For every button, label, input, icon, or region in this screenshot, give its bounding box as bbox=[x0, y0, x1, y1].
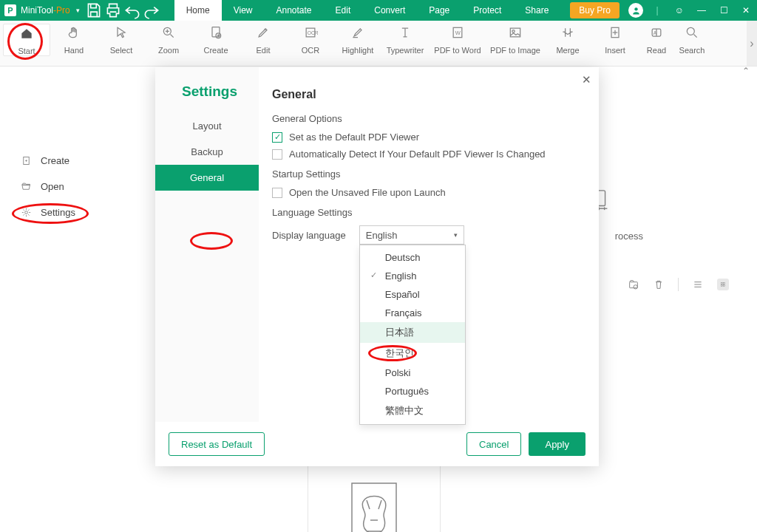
lang-option-8[interactable]: 繁體中文 bbox=[360, 400, 465, 421]
start-sidebar: CreateOpenSettings bbox=[0, 66, 155, 532]
settings-tab-layout[interactable]: Layout bbox=[155, 113, 259, 139]
menu-view[interactable]: View bbox=[222, 0, 265, 21]
tool-search[interactable]: Search bbox=[674, 24, 710, 55]
display-language-label: Display language bbox=[272, 230, 346, 241]
menu-annotate[interactable]: Annotate bbox=[265, 0, 324, 21]
settings-tab-backup[interactable]: Backup bbox=[155, 139, 259, 165]
tool-start[interactable]: Start bbox=[3, 24, 50, 56]
zoom-icon bbox=[161, 24, 176, 41]
toolbar-separator bbox=[678, 278, 679, 291]
grid-view-icon[interactable] bbox=[717, 279, 729, 290]
svg-line-2 bbox=[171, 35, 174, 38]
tool-label: Edit bbox=[257, 46, 271, 55]
autodetect-viewer-checkbox[interactable] bbox=[272, 149, 282, 160]
lang-option-1[interactable]: English bbox=[360, 267, 465, 285]
tool-typewriter[interactable]: Typewriter bbox=[381, 24, 429, 55]
redo-icon[interactable] bbox=[142, 0, 161, 21]
dropdown-caret-icon: ▾ bbox=[454, 231, 458, 239]
startup-settings-label: Startup Settings bbox=[272, 168, 583, 180]
tool-select[interactable]: Select bbox=[98, 24, 145, 55]
window-maximize-button[interactable]: ☐ bbox=[713, 0, 735, 21]
tool-label: PDF to Word bbox=[434, 46, 481, 55]
app-name-dropdown-icon[interactable]: ▾ bbox=[76, 7, 80, 14]
menu-home[interactable]: Home bbox=[174, 0, 222, 21]
default-viewer-label: Set as the Default PDF Viewer bbox=[289, 132, 419, 143]
undo-icon[interactable] bbox=[123, 0, 142, 21]
autodetect-viewer-label: Automatically Detect If Your Default PDF… bbox=[289, 149, 546, 160]
language-settings-label: Language Settings bbox=[272, 207, 583, 218]
lang-option-2[interactable]: Español bbox=[360, 285, 465, 304]
print-icon[interactable] bbox=[103, 0, 123, 21]
merge-icon bbox=[560, 24, 575, 41]
recent-folder-location-icon[interactable] bbox=[628, 279, 639, 290]
svg-rect-35 bbox=[724, 282, 725, 284]
open-unsaved-label: Open the Unsaved File upon Launch bbox=[289, 187, 446, 198]
save-icon[interactable] bbox=[84, 0, 103, 21]
svg-point-27 bbox=[25, 211, 28, 214]
highlight-icon bbox=[350, 24, 365, 41]
batch-process-label-fragment: rocess bbox=[615, 231, 643, 242]
gear-icon bbox=[21, 207, 32, 218]
display-language-value: English bbox=[366, 230, 398, 241]
window-close-button[interactable]: ✕ bbox=[735, 0, 757, 21]
tool-edit[interactable]: Edit bbox=[240, 24, 287, 55]
read-icon: A bbox=[649, 24, 664, 41]
svg-text:W: W bbox=[455, 30, 461, 36]
ribbon-collapse-button[interactable]: ⌃ bbox=[742, 66, 750, 76]
tool-hand[interactable]: Hand bbox=[50, 24, 98, 55]
lang-option-5[interactable]: 한국인 bbox=[360, 343, 465, 364]
recent-delete-icon[interactable] bbox=[653, 279, 665, 290]
recent-toolbar bbox=[628, 278, 729, 291]
dialog-close-button[interactable]: ✕ bbox=[582, 73, 591, 86]
pdf2word-icon: W bbox=[450, 24, 465, 41]
tool-create[interactable]: Create bbox=[192, 24, 240, 55]
tool-read[interactable]: ARead bbox=[639, 24, 674, 55]
default-viewer-checkbox[interactable]: ✓ bbox=[272, 132, 282, 143]
tool-insert[interactable]: Insert bbox=[591, 24, 639, 55]
menu-protect[interactable]: Protect bbox=[461, 0, 513, 21]
start-item-open[interactable]: Open bbox=[0, 174, 155, 200]
cancel-button[interactable]: Cancel bbox=[466, 432, 521, 456]
settings-content: General General Options ✓ Set as the Def… bbox=[259, 67, 599, 422]
folder-open-icon bbox=[21, 181, 32, 192]
lang-option-3[interactable]: Français bbox=[360, 304, 465, 322]
feedback-icon[interactable]: ☺ bbox=[668, 0, 690, 21]
tool-highlight[interactable]: Highlight bbox=[334, 24, 381, 55]
tool-label: Create bbox=[203, 46, 228, 55]
create-icon bbox=[208, 24, 223, 41]
svg-rect-38 bbox=[352, 483, 396, 533]
tool-pdf-to-image[interactable]: PDF to Image bbox=[486, 24, 544, 55]
menu-convert[interactable]: Convert bbox=[362, 0, 417, 21]
settings-heading: General bbox=[272, 88, 583, 101]
tool-zoom[interactable]: Zoom bbox=[145, 24, 192, 55]
window-minimize-button[interactable]: ― bbox=[690, 0, 713, 21]
reset-default-button[interactable]: Reset as Default bbox=[169, 432, 265, 456]
buy-pro-button[interactable]: Buy Pro bbox=[570, 2, 619, 18]
lang-option-4[interactable]: 日本語 bbox=[360, 322, 465, 343]
menu-share[interactable]: Share bbox=[513, 0, 560, 21]
account-avatar-icon[interactable] bbox=[628, 3, 643, 18]
start-item-settings[interactable]: Settings bbox=[0, 200, 155, 225]
general-options-label: General Options bbox=[272, 113, 583, 124]
svg-rect-36 bbox=[721, 285, 722, 287]
hand-icon bbox=[67, 24, 81, 41]
language-dropdown-list: DeutschEnglishEspañolFrançais日本語한국인Polsk… bbox=[359, 245, 466, 425]
menu-page[interactable]: Page bbox=[417, 0, 461, 21]
start-item-create[interactable]: Create bbox=[0, 148, 155, 174]
menu-edit[interactable]: Edit bbox=[324, 0, 363, 21]
svg-point-0 bbox=[634, 7, 637, 10]
svg-point-22 bbox=[687, 27, 694, 35]
lang-option-7[interactable]: Português bbox=[360, 382, 465, 400]
lang-option-0[interactable]: Deutsch bbox=[360, 248, 465, 267]
lang-option-6[interactable]: Polski bbox=[360, 364, 465, 382]
ribbon-scroll-right[interactable]: › bbox=[747, 21, 757, 66]
settings-tab-general[interactable]: General bbox=[155, 165, 259, 191]
open-unsaved-checkbox[interactable] bbox=[272, 188, 282, 198]
tool-ocr[interactable]: OCROCR bbox=[287, 24, 334, 55]
app-logo-icon: P bbox=[4, 4, 16, 16]
list-view-icon[interactable] bbox=[692, 279, 704, 290]
tool-pdf-to-word[interactable]: WPDF to Word bbox=[429, 24, 486, 55]
tool-merge[interactable]: Merge bbox=[544, 24, 591, 55]
apply-button[interactable]: Apply bbox=[529, 432, 585, 456]
display-language-dropdown[interactable]: English ▾ DeutschEnglishEspañolFrançais日… bbox=[359, 225, 464, 245]
